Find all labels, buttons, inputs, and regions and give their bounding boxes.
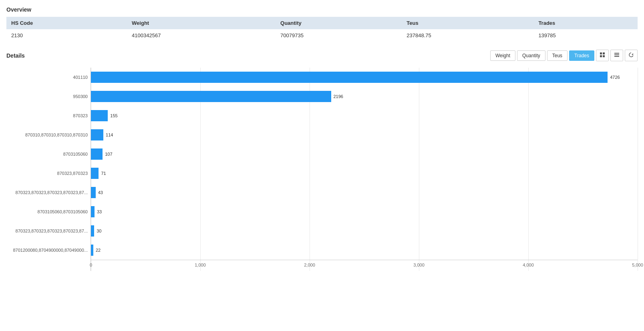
cell-weight: 4100342567 <box>127 29 276 42</box>
bar-wrapper: 2196 <box>91 89 638 104</box>
svg-rect-3 <box>603 55 605 57</box>
bar-label: 870323,870323 <box>8 171 88 176</box>
col-header-quantity: Quantity <box>276 17 402 29</box>
bar-wrapper: 71 <box>91 166 638 181</box>
bar-row: 8703105060107 <box>91 144 638 164</box>
btn-weight[interactable]: Weight <box>490 50 515 61</box>
bar-row: 870323,870323,870323,870323,87...30 <box>91 221 638 241</box>
list-view-icon[interactable] <box>610 50 623 61</box>
details-title: Details <box>6 52 25 59</box>
details-section: Details Weight Quantity Teus Trades <box>6 50 638 287</box>
bar-row: 870323155 <box>91 106 638 125</box>
svg-rect-0 <box>600 52 602 54</box>
btn-trades[interactable]: Trades <box>569 50 594 61</box>
bars-area: 40111047269503002196870323155870310,8703… <box>91 68 638 260</box>
btn-quantity[interactable]: Quantity <box>517 50 545 61</box>
bar-row: 8703105060,870310506033 <box>91 202 638 221</box>
bar-label: 8701200080,8704900000,87049000... <box>8 248 88 253</box>
bar <box>91 225 94 237</box>
bar-value: 155 <box>110 113 117 118</box>
bar-label: 401110 <box>8 75 88 80</box>
col-header-weight: Weight <box>127 17 276 29</box>
svg-rect-6 <box>614 56 619 57</box>
cell-trades: 139785 <box>533 29 638 42</box>
cell-teus: 237848.75 <box>402 29 533 42</box>
x-tick-label: 5,000 <box>632 263 643 267</box>
details-header: Details Weight Quantity Teus Trades <box>6 50 638 61</box>
bar <box>91 168 99 179</box>
bar-label: 8703105060,8703105060 <box>8 209 88 214</box>
cell-hs-code: 2130 <box>6 29 127 42</box>
overview-section: Overview HS Code Weight Quantity Teus Tr… <box>6 6 638 42</box>
svg-rect-4 <box>614 53 619 54</box>
bar-label: 870323,870323,870323,870323,87... <box>8 229 88 233</box>
bar-value: 107 <box>105 152 112 156</box>
bar-wrapper: 107 <box>91 147 638 161</box>
bar-wrapper: 155 <box>91 108 638 123</box>
overview-table: HS Code Weight Quantity Teus Trades 2130… <box>6 17 638 42</box>
refresh-icon[interactable] <box>625 50 638 61</box>
bar-row: 870310,870310,870310,870310114 <box>91 125 638 144</box>
bar-value: 30 <box>97 229 101 233</box>
bar-label: 8703105060 <box>8 152 88 156</box>
bar-wrapper: 22 <box>91 243 638 257</box>
x-tick-label: 1,000 <box>195 263 206 267</box>
bar <box>91 148 103 160</box>
bar-row: 870323,87032371 <box>91 164 638 183</box>
bar <box>91 206 95 217</box>
svg-marker-7 <box>632 53 633 55</box>
x-axis: 01,0002,0003,0004,0005,000 <box>91 260 638 271</box>
bar-label: 870323 <box>8 113 88 118</box>
bar <box>91 110 108 121</box>
bar-value: 2196 <box>334 94 343 99</box>
bar-wrapper: 4726 <box>91 70 638 84</box>
bar-wrapper: 30 <box>91 224 638 238</box>
chart-inner: 40111047269503002196870323155870310,8703… <box>91 68 638 271</box>
bar-row: 4011104726 <box>91 68 638 87</box>
bar <box>91 245 93 256</box>
bar-row: 9503002196 <box>91 87 638 106</box>
bar-value: 114 <box>106 132 113 137</box>
bar-value: 22 <box>96 248 101 253</box>
bar-wrapper: 114 <box>91 128 638 142</box>
svg-rect-2 <box>600 55 602 57</box>
table-view-icon[interactable] <box>596 50 609 61</box>
bar-label: 870323,870323,870323,870323,87... <box>8 190 88 195</box>
x-tick-label: 2,000 <box>304 263 315 267</box>
bar-value: 33 <box>97 209 102 214</box>
col-header-hs-code: HS Code <box>6 17 127 29</box>
cell-quantity: 70079735 <box>276 29 402 42</box>
btn-teus[interactable]: Teus <box>547 50 568 61</box>
x-tick-label: 0 <box>90 263 92 267</box>
bar <box>91 187 96 198</box>
bar-row: 870323,870323,870323,870323,87...43 <box>91 183 638 202</box>
col-header-trades: Trades <box>533 17 638 29</box>
x-tick-label: 3,000 <box>413 263 425 267</box>
bar-label: 870310,870310,870310,870310 <box>8 132 88 137</box>
bar <box>91 72 608 83</box>
bar-value: 4726 <box>610 75 620 80</box>
svg-rect-1 <box>603 52 605 54</box>
bar-value: 43 <box>98 190 103 195</box>
chart-container: 40111047269503002196870323155870310,8703… <box>6 68 638 287</box>
svg-rect-5 <box>614 54 619 55</box>
table-row: 2130 4100342567 70079735 237848.75 13978… <box>6 29 638 42</box>
bar <box>91 91 331 102</box>
bar-label: 950300 <box>8 94 88 99</box>
bar-value: 71 <box>101 171 106 176</box>
grid-line <box>638 68 638 271</box>
bar-wrapper: 43 <box>91 185 638 200</box>
col-header-teus: Teus <box>402 17 533 29</box>
bar-row: 8701200080,8704900000,87049000...22 <box>91 241 638 260</box>
x-tick-label: 4,000 <box>523 263 534 267</box>
bar <box>91 129 103 140</box>
bar-wrapper: 33 <box>91 205 638 219</box>
metric-buttons: Weight Quantity Teus Trades <box>490 50 638 61</box>
overview-title: Overview <box>6 6 638 13</box>
